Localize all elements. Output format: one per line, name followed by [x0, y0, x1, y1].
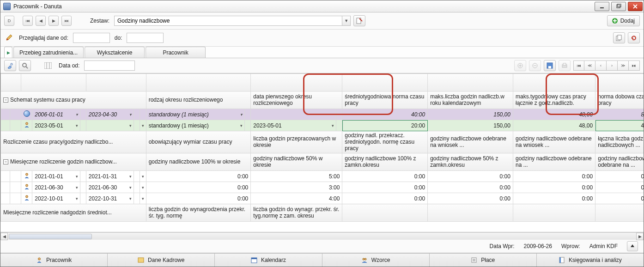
grid-dataod-input[interactable]	[84, 61, 135, 71]
tab-1[interactable]: Wykształcenie	[85, 47, 145, 58]
nav-last-button[interactable]: ⏭	[61, 16, 72, 26]
section1-toggle[interactable]: −	[3, 97, 8, 103]
s4-col-header[interactable]: liczba godzin do wynagr. przekr. śr. tyg…	[251, 204, 342, 222]
calendar-icon	[251, 257, 257, 263]
section1-row-1[interactable]: 2023-05-01 standardowy (1 miesiąc) 2023-…	[1, 120, 644, 131]
s2-col-header[interactable]: godziny nadliczbowe odebrane na wniosek …	[513, 131, 595, 153]
svg-rect-27	[559, 257, 561, 263]
refresh-record-button[interactable]	[628, 32, 640, 43]
section3-row[interactable]: 2021-06-30 2021-06-30 0:00 3:00 0:00 0:0…	[1, 182, 644, 193]
svg-rect-1	[617, 5, 620, 8]
s2-col-header[interactable]: liczba godzin przepracowanych w okresie	[251, 131, 342, 153]
titlebar: Pracownik - Danuta	[0, 0, 644, 12]
page-first[interactable]: ⏮	[573, 61, 584, 71]
s1-col-header[interactable]: maks.tygodniowy czas pracy łącznie z god…	[513, 91, 595, 109]
nav-next-button[interactable]: ▶	[49, 16, 59, 26]
svg-rect-8	[44, 62, 52, 69]
s3-col-header[interactable]: godziny nadliczbowe 50% z zamkn.okresu	[428, 153, 513, 171]
grid-remove-button[interactable]	[529, 60, 541, 71]
nav-first-button[interactable]: ⏮	[23, 16, 33, 26]
svg-rect-12	[548, 66, 551, 68]
browse-from-input[interactable]	[73, 33, 110, 43]
scroll-top-button[interactable]	[627, 241, 638, 251]
s2-col-header[interactable]: godziny nadl. przekracz. średniotygodn. …	[342, 131, 428, 153]
zestaw-lookup-button[interactable]	[353, 15, 365, 26]
copy-record-button[interactable]	[613, 32, 625, 43]
zestaw-combo[interactable]: Godziny nadliczbowe ▼	[114, 16, 351, 26]
nav-prev-button[interactable]: ◀	[36, 16, 46, 26]
data-wpr-value: 2009-06-26	[524, 243, 552, 249]
s2-col-header[interactable]: godziny nadliczbowe odebrane na wniosek …	[428, 131, 513, 153]
svg-point-6	[11, 63, 12, 65]
window-close-button[interactable]	[628, 2, 643, 11]
toolbar-row-1: D ⏮ ◀ ▶ ⏭ Zestaw: Godziny nadliczbowe ▼ …	[0, 12, 644, 30]
s1-col-header[interactable]: data pierwszego okresu rozliczeniowego	[251, 91, 342, 109]
window-minimize-button[interactable]	[595, 2, 609, 11]
scroll-right-arrow[interactable]: ▶	[636, 233, 644, 240]
user-icon	[24, 121, 30, 128]
section1-title: − Schemat systemu czasu pracy	[1, 91, 146, 109]
grid-save-button[interactable]	[544, 60, 556, 71]
browse-to-input[interactable]	[127, 33, 164, 43]
record-meta-bar: Data Wpr: 2009-06-26 Wprow: Admin KDF	[0, 240, 644, 253]
section1-row-0[interactable]: 2006-01-01 2023-04-30 standardowy (1 mie…	[1, 109, 644, 120]
add-button-label: Dodaj	[620, 18, 635, 24]
data-wpr-label: Data Wpr:	[490, 243, 515, 249]
horizontal-scrollbar[interactable]: ◀ ▶	[0, 232, 644, 240]
s3-col-header[interactable]: godziny nadliczbowe odebrane na ...	[595, 153, 644, 171]
s3-col-header[interactable]: godziny nadliczbowe 50% w okresie	[251, 153, 342, 171]
nav-refresh-button[interactable]: D	[4, 16, 14, 26]
svg-point-17	[26, 184, 28, 187]
zestaw-label: Zestaw:	[88, 18, 111, 24]
page-back[interactable]: ‹	[595, 61, 607, 71]
tab-0[interactable]: Przebieg zatrudnienia...	[13, 47, 84, 58]
s3-col-header[interactable]: godziny nadliczbowe 100% z zamkn.okresu	[342, 153, 428, 171]
footer-tab-3[interactable]: Wzorce	[322, 254, 430, 267]
grid-tools-button[interactable]	[4, 60, 16, 71]
add-button[interactable]: Dodaj	[607, 15, 640, 26]
toolbar-row-2: Przeglądaj dane od: do:	[0, 30, 644, 47]
grid-add-button[interactable]	[514, 60, 526, 71]
s2-col-header[interactable]: obowiązujący wymiar czasu pracy	[146, 131, 251, 153]
grid-print-button[interactable]	[559, 60, 571, 71]
page-fastback[interactable]: ≪	[584, 61, 595, 71]
section3-toggle[interactable]: −	[3, 159, 8, 164]
grid-search-button[interactable]	[19, 60, 31, 71]
s1-col-header[interactable]: rodzaj okresu rozliczeniowego	[146, 91, 251, 109]
s4-col-header[interactable]: liczba godzin do wynagrodzenia przekr. ś…	[146, 204, 251, 222]
s3-col-header[interactable]: godziny nadliczbowe odebrane na ...	[513, 153, 595, 171]
page-fwd[interactable]: ›	[607, 61, 618, 71]
footer-tab-5[interactable]: Księgowania i analizy	[537, 254, 644, 267]
s1-col-header[interactable]: średniotygodniowa norma czasu pracy	[342, 91, 428, 109]
wprow-value: Admin KDF	[589, 243, 618, 249]
edit-icon[interactable]	[4, 33, 14, 43]
section3-row[interactable]: 2022-10-01 2022-10-31 0:00 4:00 0:00 0:0…	[1, 193, 644, 204]
svg-rect-2	[618, 4, 621, 7]
tab-2[interactable]: Pracownik	[146, 47, 206, 58]
data-grid: − Schemat systemu czasu pracy rodzaj okr…	[0, 73, 644, 222]
grid-page-buttons: ⏮ ≪ ‹ › ≫ ⏭	[573, 61, 640, 71]
section3-row[interactable]: 2021-01-01 2021-01-31 0:00 5:00 0:00 0:0…	[1, 171, 644, 182]
browse-to-label: do:	[113, 35, 124, 41]
zestaw-combo-dropdown[interactable]: ▼	[342, 16, 350, 25]
scroll-left-arrow[interactable]: ◀	[0, 233, 8, 240]
tabbar-expander[interactable]: ▶	[4, 47, 12, 58]
scroll-thumb[interactable]	[9, 234, 92, 239]
footer-tab-1[interactable]: Dane Kadrowe	[108, 254, 215, 267]
footer-tab-2[interactable]: Kalendarz	[215, 254, 322, 267]
s2-col-header[interactable]: łączna liczba godzin nadliczbowych ...	[595, 131, 644, 153]
folder-icon	[138, 257, 144, 263]
footer-tab-0[interactable]: Pracownik	[0, 254, 108, 267]
grid-scroll-area[interactable]: − Schemat systemu czasu pracy rodzaj okr…	[0, 73, 644, 232]
section2-title: Rozliczenie czasu pracy/godziny nadliczb…	[1, 131, 146, 153]
page-last[interactable]: ⏭	[629, 61, 640, 71]
cell-datap: 2023-05-01	[251, 120, 336, 131]
s1-col-header[interactable]: norma dobowa czasu pracy	[595, 91, 644, 109]
footer-tab-4[interactable]: Płace	[430, 254, 537, 267]
s1-col-header[interactable]: maks.liczba godzin nadliczb.w roku kalen…	[428, 91, 513, 109]
window-restore-button[interactable]	[611, 2, 626, 11]
page-fastfwd[interactable]: ≫	[618, 61, 629, 71]
grid-columns-button[interactable]	[42, 60, 54, 71]
user-icon	[36, 257, 43, 263]
s3-col-header[interactable]: godziny nadliczbowe 100% w okresie	[146, 153, 251, 171]
